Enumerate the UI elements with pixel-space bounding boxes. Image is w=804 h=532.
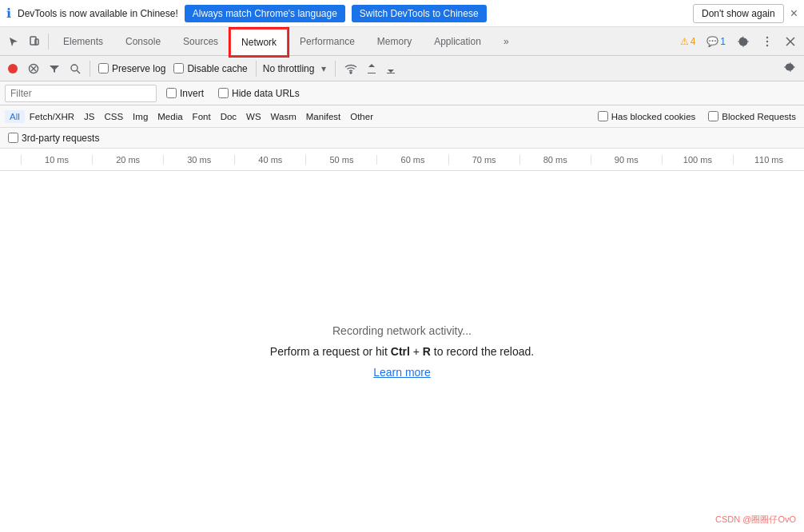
tab-memory[interactable]: Memory bbox=[366, 28, 423, 57]
invert-checkbox-label[interactable]: Invert bbox=[163, 88, 207, 99]
time-110ms: 110 ms bbox=[733, 155, 804, 165]
type-img-button[interactable]: Img bbox=[128, 110, 153, 123]
warn-count: 4 bbox=[691, 36, 696, 47]
blocked-requests-label[interactable]: Blocked Requests bbox=[705, 111, 799, 121]
perform-instruction: Perform a request or hit Ctrl + R to rec… bbox=[270, 345, 534, 358]
type-other-button[interactable]: Other bbox=[345, 110, 378, 123]
type-manifest-button[interactable]: Manifest bbox=[301, 110, 345, 123]
has-blocked-cookies-checkbox[interactable] bbox=[598, 111, 608, 121]
svg-point-2 bbox=[766, 36, 768, 38]
filter-icon-button[interactable] bbox=[45, 61, 64, 77]
has-blocked-cookies-label[interactable]: Has blocked cookies bbox=[595, 111, 699, 121]
time-80ms: 80 ms bbox=[519, 155, 591, 165]
tab-console[interactable]: Console bbox=[114, 28, 172, 57]
preserve-log-checkbox-label[interactable]: Preserve log bbox=[95, 63, 169, 74]
third-party-checkbox-label[interactable]: 3rd-party requests bbox=[5, 133, 102, 144]
notification-bar: ℹ DevTools is now available in Chinese! … bbox=[0, 0, 804, 27]
invert-label: Invert bbox=[180, 88, 204, 99]
tab-elements[interactable]: Elements bbox=[52, 28, 114, 57]
tab-network[interactable]: Network bbox=[229, 28, 289, 57]
time-90ms: 90 ms bbox=[591, 155, 662, 165]
timeline-header: 10 ms 20 ms 30 ms 40 ms 50 ms 60 ms 70 m… bbox=[0, 149, 804, 171]
disable-cache-checkbox-label[interactable]: Disable cache bbox=[170, 63, 250, 74]
main-content-area: Recording network activity... Perform a … bbox=[0, 171, 804, 532]
upload-icon-button[interactable] bbox=[363, 61, 380, 77]
disable-cache-text: Disable cache bbox=[187, 63, 247, 74]
network-toolbar: Preserve log Disable cache No throttling… bbox=[0, 56, 804, 81]
search-icon-button[interactable] bbox=[66, 61, 85, 77]
r-key: R bbox=[423, 345, 431, 358]
record-button[interactable] bbox=[3, 61, 22, 77]
filter-checks: Invert Hide data URLs bbox=[163, 88, 303, 99]
svg-point-3 bbox=[766, 40, 768, 42]
type-media-button[interactable]: Media bbox=[153, 110, 187, 123]
time-50ms: 50 ms bbox=[305, 155, 376, 165]
throttle-dropdown-button[interactable]: ▾ bbox=[317, 61, 330, 77]
warnings-badge[interactable]: ⚠ 4 bbox=[675, 34, 701, 49]
time-20ms: 20 ms bbox=[92, 155, 163, 165]
preserve-log-checkbox[interactable] bbox=[98, 63, 109, 73]
filter-bar: Invert Hide data URLs bbox=[0, 81, 804, 105]
filter-input[interactable] bbox=[5, 85, 157, 102]
type-ws-button[interactable]: WS bbox=[241, 110, 266, 123]
recording-text: Recording network activity... bbox=[332, 324, 472, 337]
svg-point-9 bbox=[350, 72, 352, 73]
download-icon-button[interactable] bbox=[382, 61, 400, 77]
toolbar-separator-1 bbox=[90, 61, 90, 77]
type-font-button[interactable]: Font bbox=[188, 110, 216, 123]
devtools-settings-button[interactable] bbox=[732, 32, 754, 51]
tabs-bar: Elements Console Sources Network Perform… bbox=[0, 27, 804, 56]
toolbar-right bbox=[778, 58, 801, 79]
third-party-checkbox[interactable] bbox=[8, 133, 18, 143]
always-match-language-button[interactable]: Always match Chrome's language bbox=[185, 5, 345, 22]
hide-data-urls-label: Hide data URLs bbox=[232, 88, 300, 99]
hide-data-urls-checkbox[interactable] bbox=[218, 88, 229, 98]
cursor-icon-button[interactable] bbox=[3, 33, 24, 50]
has-blocked-cookies-text: Has blocked cookies bbox=[611, 112, 695, 121]
hide-data-urls-checkbox-label[interactable]: Hide data URLs bbox=[215, 88, 303, 99]
close-devtools-button[interactable] bbox=[780, 33, 801, 50]
device-toolbar-icon-button[interactable] bbox=[24, 33, 45, 50]
type-filter-bar: All Fetch/XHR JS CSS Img Media Font Doc … bbox=[0, 105, 804, 128]
type-wasm-button[interactable]: Wasm bbox=[266, 110, 301, 123]
tab-more[interactable]: » bbox=[492, 28, 520, 57]
network-settings-button[interactable] bbox=[778, 58, 801, 79]
tabs-right-controls: ⚠ 4 💬 1 bbox=[675, 32, 801, 51]
learn-more-link[interactable]: Learn more bbox=[373, 366, 431, 379]
tab-separator bbox=[48, 34, 49, 50]
svg-point-4 bbox=[766, 44, 768, 46]
switch-to-chinese-button[interactable]: Switch DevTools to Chinese bbox=[352, 5, 487, 22]
info-icon: ℹ bbox=[6, 6, 11, 21]
svg-rect-1 bbox=[35, 39, 38, 45]
dont-show-again-button[interactable]: Don't show again bbox=[693, 4, 784, 23]
type-fetchxhr-button[interactable]: Fetch/XHR bbox=[25, 110, 79, 123]
tab-performance[interactable]: Performance bbox=[289, 28, 366, 57]
blocked-requests-text: Blocked Requests bbox=[722, 112, 796, 121]
svg-point-5 bbox=[8, 64, 18, 73]
watermark: CSDN @圈圈仔OvO bbox=[715, 514, 796, 526]
type-js-button[interactable]: JS bbox=[79, 110, 99, 123]
type-css-button[interactable]: CSS bbox=[99, 110, 128, 123]
warn-icon: ⚠ bbox=[680, 36, 689, 47]
time-40ms: 40 ms bbox=[234, 155, 305, 165]
tab-application[interactable]: Application bbox=[423, 28, 492, 57]
type-doc-button[interactable]: Doc bbox=[216, 110, 241, 123]
messages-badge[interactable]: 💬 1 bbox=[702, 34, 730, 49]
tab-sources[interactable]: Sources bbox=[172, 28, 229, 57]
devtools-window: ℹ DevTools is now available in Chinese! … bbox=[0, 0, 804, 532]
time-100ms: 100 ms bbox=[662, 155, 733, 165]
perform-before: Perform a request or hit bbox=[270, 345, 391, 358]
preserve-log-text: Preserve log bbox=[112, 63, 165, 74]
info-count: 1 bbox=[720, 36, 726, 47]
time-70ms: 70 ms bbox=[448, 155, 519, 165]
more-options-button[interactable] bbox=[756, 32, 778, 51]
disable-cache-checkbox[interactable] bbox=[173, 63, 184, 73]
wifi-icon-button[interactable] bbox=[340, 61, 361, 77]
clear-button[interactable] bbox=[24, 61, 43, 77]
notification-close-button[interactable]: × bbox=[790, 6, 798, 21]
invert-checkbox[interactable] bbox=[166, 88, 177, 98]
ctrl-key: Ctrl bbox=[391, 345, 410, 358]
type-all-button[interactable]: All bbox=[5, 110, 25, 123]
blocked-requests-checkbox[interactable] bbox=[708, 111, 718, 121]
time-10ms: 10 ms bbox=[21, 155, 92, 165]
